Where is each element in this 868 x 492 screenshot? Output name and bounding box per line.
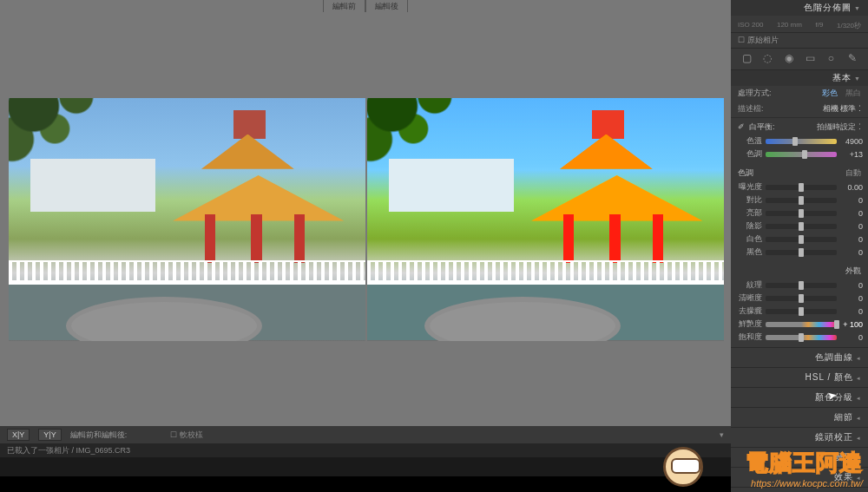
slider-whites[interactable]: 白色0 (736, 233, 863, 246)
slider-exposure[interactable]: 曝光度0.00 (736, 180, 863, 194)
panel-hsl[interactable]: HSL / 顏色◂ (731, 367, 868, 387)
view-mode-yy-button[interactable]: Y|Y (38, 429, 61, 441)
treatment-color[interactable]: 彩色 (822, 89, 838, 97)
slider-tint[interactable]: 色調+13 (736, 148, 863, 161)
slider-vibrance[interactable]: 鮮艷度+ 100 (736, 318, 863, 331)
tab-before[interactable]: 編輯前 (323, 0, 365, 12)
slider-shadows[interactable]: 陰影0 (736, 220, 863, 233)
gradient-tool-icon[interactable]: ▭ (803, 52, 817, 66)
local-adjustment-tools: ▢ ◌ ◉ ▭ ○ ✎ (731, 49, 868, 70)
spot-tool-icon[interactable]: ◌ (760, 52, 774, 66)
slider-saturation[interactable]: 飽和度0 (736, 331, 863, 344)
status-filename: IMG_0695.CR3 (76, 446, 131, 455)
mascot-icon (663, 447, 703, 487)
main-area: 編輯前 編輯後 X|Y Y|Y 編輯前和編輯後: ☐ 軟校樣 ▾ 已載入了一張 (0, 0, 731, 492)
profile-row[interactable]: 描述檔: 相機 標準 ⁚ (731, 101, 868, 118)
filmstrip[interactable] (0, 457, 731, 476)
basic-panel-header[interactable]: 基本▼ (731, 70, 868, 86)
panel-effects[interactable]: 效果◂ (731, 467, 868, 487)
before-after-label: 編輯前和編輯後: (70, 430, 128, 441)
eyedropper-icon[interactable]: ✐ (738, 122, 745, 131)
redeye-tool-icon[interactable]: ◉ (782, 52, 796, 66)
photo-before[interactable] (9, 98, 365, 341)
original-photo-toggle[interactable]: ☐ 原始相片 (731, 32, 868, 49)
status-bar: 已載入了一張相片 / IMG_0695.CR3 (0, 443, 731, 457)
slider-highlights[interactable]: 亮部0 (736, 207, 863, 220)
slider-temperature[interactable]: 色溫4900 (736, 134, 863, 148)
develop-sidebar: 色階分佈圖▼ ISO 200120 mmf/91/320秒 ☐ 原始相片 ▢ ◌… (731, 0, 868, 492)
slider-blacks[interactable]: 黑色0 (736, 246, 863, 259)
before-after-tabs: 編輯前 編輯後 (0, 0, 731, 12)
slider-clarity[interactable]: 清晰度0 (736, 292, 863, 305)
wb-preset-dropdown[interactable]: 拍攝時設定 ⁚ (817, 121, 861, 133)
slider-texture[interactable]: 紋理0 (736, 279, 863, 292)
view-toolbar: X|Y Y|Y 編輯前和編輯後: ☐ 軟校樣 ▾ (0, 426, 731, 443)
tone-group: 色調自動 曝光度0.00 對比0 亮部0 陰影0 白色0 黑色0 (731, 164, 868, 262)
panel-detail[interactable]: 細節◂ (731, 407, 868, 427)
soft-proof-checkbox[interactable]: 軟校樣 (180, 430, 203, 439)
crop-tool-icon[interactable]: ▢ (740, 52, 753, 66)
brush-tool-icon[interactable]: ✎ (845, 52, 859, 66)
slider-dehaze[interactable]: 去朦朧0 (736, 305, 863, 318)
auto-tone-button[interactable]: 自動 (845, 167, 861, 179)
treatment-row: 處理方式: 彩色 黑白 (731, 86, 868, 101)
chevron-down-icon[interactable]: ▾ (720, 430, 724, 439)
panel-calibration[interactable]: 校正◂ (731, 487, 868, 492)
status-loaded-text: 已載入了一張相片 / (7, 446, 74, 455)
histogram-exif: ISO 200120 mmf/91/320秒 (731, 21, 868, 32)
photo-after[interactable] (367, 98, 724, 341)
presence-group: 外觀 紋理0 清晰度0 去朦朧0 鮮艷度+ 100 飽和度0 (731, 262, 868, 347)
panel-color-grading[interactable]: 顏色分級◂ (731, 387, 868, 407)
app-root: 編輯前 編輯後 X|Y Y|Y 編輯前和編輯後: ☐ 軟校樣 ▾ 已載入了一張 (0, 0, 868, 492)
histogram-panel-header[interactable]: 色階分佈圖▼ (731, 0, 868, 16)
treatment-bw[interactable]: 黑白 (845, 89, 861, 97)
radial-tool-icon[interactable]: ○ (824, 52, 838, 66)
footer-bar (0, 476, 731, 492)
panel-lens[interactable]: 鏡頭校正◂ (731, 427, 868, 447)
slider-contrast[interactable]: 對比0 (736, 194, 863, 207)
panel-transform[interactable]: 變形◂ (731, 447, 868, 467)
tab-after[interactable]: 編輯後 (365, 0, 408, 12)
compare-viewer[interactable] (0, 12, 731, 426)
view-mode-xy-button[interactable]: X|Y (7, 429, 30, 441)
panel-tone-curve[interactable]: 色調曲線◂ (731, 347, 868, 367)
white-balance-group: ✐ 白平衡: 拍攝時設定 ⁚ 色溫4900 色調+13 (731, 118, 868, 164)
